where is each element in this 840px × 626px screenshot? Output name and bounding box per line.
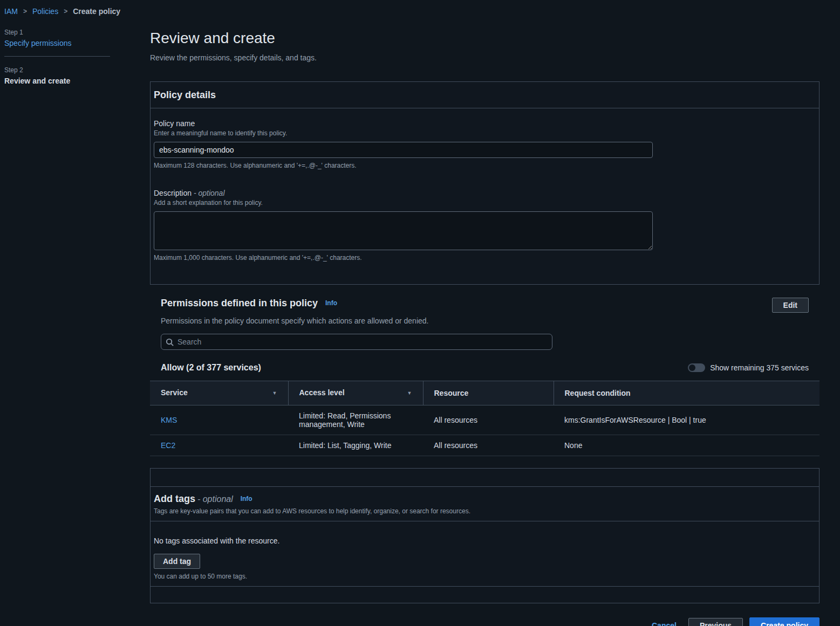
breadcrumb-link-iam[interactable]: IAM (4, 7, 18, 16)
policy-name-label: Policy name (154, 119, 816, 128)
search-icon (166, 338, 174, 346)
tags-empty-message: No tags associated with the resource. (154, 536, 816, 545)
previous-button[interactable]: Previous (688, 618, 743, 626)
breadcrumb: IAM > Policies > Create policy (0, 0, 840, 16)
policy-name-constraint: Maximum 128 characters. Use alphanumeric… (154, 162, 816, 169)
add-tag-button[interactable]: Add tag (154, 554, 200, 569)
sort-icon[interactable]: ▼ (407, 388, 412, 398)
tags-top-strip (151, 469, 819, 487)
tags-title: Add tags (154, 493, 195, 504)
tags-body: No tags associated with the resource. Ad… (151, 521, 819, 587)
service-cell: EC2 (150, 435, 288, 456)
permissions-title: Permissions defined in this policy (161, 298, 318, 308)
description-constraint: Maximum 1,000 characters. Use alphanumer… (154, 254, 816, 262)
toggle-knob (689, 364, 695, 371)
step2-eyebrow: Step 2 (4, 66, 134, 74)
sort-icon[interactable]: ▼ (272, 388, 277, 398)
iam-create-policy-page: IAM > Policies > Create policy Step 1 Sp… (0, 0, 840, 626)
column-header-access-label: Access level (299, 388, 345, 397)
allow-heading: Allow (2 of 377 services) (161, 363, 261, 373)
steps-sidebar: Step 1 Specify permissions Step 2 Review… (0, 16, 150, 626)
table-header-row: Service ▼ Access level ▼ Resource (150, 381, 819, 405)
tags-header: Add tags - optional Info Tags are key-va… (151, 487, 819, 521)
breadcrumb-chevron-icon: > (64, 8, 67, 15)
access-level-cell: Limited: List, Tagging, Write (288, 435, 423, 456)
policy-details-body: Policy name Enter a meaningful name to i… (151, 108, 819, 284)
policy-details-title: Policy details (154, 90, 216, 100)
cancel-button[interactable]: Cancel (652, 621, 677, 626)
column-header-condition-label: Request condition (565, 389, 631, 397)
show-remaining-toggle-wrap: Show remaining 375 services (688, 363, 809, 372)
step1-link[interactable]: Specify permissions (4, 39, 134, 47)
breadcrumb-current: Create policy (73, 7, 120, 16)
resource-cell: All resources (423, 405, 554, 435)
search-box (161, 334, 552, 350)
policy-details-panel: Policy details Policy name Enter a meani… (150, 81, 819, 285)
toggle-label: Show remaining 375 services (710, 363, 809, 372)
description-optional-suffix: - optional (194, 189, 225, 197)
permissions-description: Permissions in the policy document speci… (161, 317, 809, 325)
add-tags-panel: Add tags - optional Info Tags are key-va… (150, 468, 819, 603)
column-header-request-condition: Request condition (554, 381, 819, 405)
table-row: KMS Limited: Read, Permissions managemen… (150, 405, 819, 435)
permissions-table: Service ▼ Access level ▼ Resource (150, 381, 819, 456)
page-title: Review and create (150, 30, 819, 47)
policy-name-hint: Enter a meaningful name to identify this… (154, 129, 816, 137)
tags-constraint: You can add up to 50 more tags. (154, 573, 816, 580)
request-condition-cell: kms:GrantIsForAWSResource | Bool | true (554, 405, 819, 435)
column-header-resource-label: Resource (434, 389, 469, 397)
service-cell: KMS (150, 405, 288, 435)
policy-name-input[interactable] (154, 142, 653, 158)
footer-actions: Cancel Previous Create policy (150, 617, 819, 626)
column-header-resource: Resource (423, 381, 554, 405)
show-remaining-toggle[interactable] (688, 363, 705, 372)
breadcrumb-chevron-icon: > (23, 8, 27, 15)
step1-eyebrow: Step 1 (4, 29, 134, 36)
tags-optional-suffix: - optional (197, 494, 233, 504)
permissions-section: Permissions defined in this policy Info … (150, 298, 819, 456)
permissions-info-link[interactable]: Info (325, 299, 337, 307)
tags-description: Tags are key-value pairs that you can ad… (154, 507, 816, 515)
edit-button[interactable]: Edit (772, 298, 809, 313)
service-link-kms[interactable]: KMS (161, 416, 177, 424)
table-row: EC2 Limited: List, Tagging, Write All re… (150, 435, 819, 456)
access-level-cell: Limited: Read, Permissions management, W… (288, 405, 423, 435)
column-header-service-label: Service (161, 388, 188, 397)
resource-cell: All resources (423, 435, 554, 456)
step2-current: Review and create (4, 77, 134, 85)
description-hint: Add a short explanation for this policy. (154, 199, 816, 207)
service-link-ec2[interactable]: EC2 (161, 441, 175, 450)
tags-info-link[interactable]: Info (241, 495, 252, 503)
column-header-access-level[interactable]: Access level ▼ (288, 381, 423, 405)
page-subtitle: Review the permissions, specify details,… (150, 53, 819, 62)
permissions-heading: Permissions defined in this policy Info (161, 298, 337, 309)
tags-footer-strip (151, 587, 819, 603)
request-condition-cell: None (554, 435, 819, 456)
breadcrumb-link-policies[interactable]: Policies (32, 7, 58, 16)
main-content: Review and create Review the permissions… (150, 16, 819, 626)
description-label: Description - optional (154, 189, 816, 197)
step-divider (4, 56, 110, 57)
policy-details-header: Policy details (151, 82, 819, 108)
column-header-service[interactable]: Service ▼ (150, 381, 288, 405)
description-label-text: Description (154, 189, 192, 197)
description-textarea[interactable] (154, 211, 653, 250)
search-input[interactable] (177, 338, 548, 346)
create-policy-button[interactable]: Create policy (749, 617, 819, 626)
